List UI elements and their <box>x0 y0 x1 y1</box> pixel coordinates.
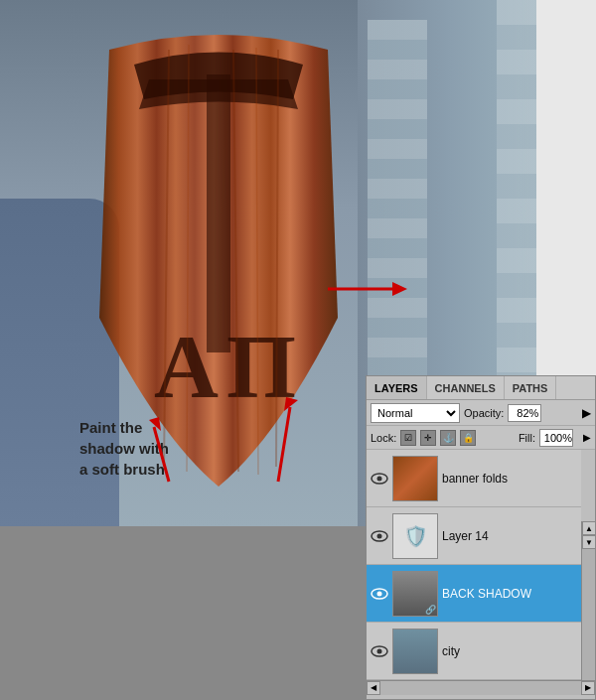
layer-name-city: city <box>442 644 460 658</box>
panel-scroll-right-icon[interactable]: ▶ <box>583 432 591 443</box>
layers-list: ▲ ▼ banner folds <box>367 450 595 680</box>
lock-image-icon[interactable]: ✛ <box>420 430 436 446</box>
scroll-down-button[interactable]: ▼ <box>582 535 595 549</box>
hscroll-left-button[interactable]: ◀ <box>367 681 380 695</box>
svg-line-10 <box>154 427 169 482</box>
blend-mode-select[interactable]: Normal Multiply Screen Overlay <box>371 403 460 423</box>
tab-paths[interactable]: PATHS <box>505 376 557 399</box>
layer-row-back-shadow[interactable]: 🔗 BACK SHADOW <box>367 565 581 623</box>
fill-input[interactable] <box>539 429 573 447</box>
layer-visibility-layer14[interactable] <box>371 527 388 545</box>
annotation-arrow-right <box>328 278 407 298</box>
lock-row: Lock: ☑ ✛ ⚓ 🔒 Fill: ▶ <box>367 426 595 450</box>
tab-channels[interactable]: CHANNELS <box>427 376 505 399</box>
svg-marker-9 <box>392 282 407 296</box>
hscroll-track <box>380 681 581 695</box>
layer-thumb-city <box>392 629 438 674</box>
layer-visibility-back-shadow[interactable] <box>371 585 388 603</box>
svg-line-12 <box>278 407 290 482</box>
svg-rect-0 <box>207 74 230 352</box>
panel-horizontal-scrollbar[interactable]: ◀ ▶ <box>367 680 595 694</box>
annotation-arrow-up-right <box>268 397 298 490</box>
blend-mode-row: Normal Multiply Screen Overlay Opacity: … <box>367 400 595 426</box>
layer-name-back-shadow: BACK SHADOW <box>442 587 531 601</box>
layer14-thumb-icon: 🛡️ <box>403 524 428 548</box>
lock-position-icon[interactable]: ⚓ <box>440 430 456 446</box>
layer-visibility-city[interactable] <box>371 642 388 660</box>
layer-row-layer14[interactable]: 🛡️ Layer 14 <box>367 507 581 565</box>
layer-name-layer14: Layer 14 <box>442 529 489 543</box>
layer-visibility-banner-folds[interactable] <box>371 470 388 488</box>
scroll-up-button[interactable]: ▲ <box>582 521 595 535</box>
hscroll-right-button[interactable]: ▶ <box>581 681 595 695</box>
layers-scrollbar[interactable]: ▲ ▼ <box>581 521 595 680</box>
svg-point-17 <box>377 533 382 538</box>
layer-thumb-banner-folds <box>392 456 438 501</box>
lock-transparent-icon[interactable]: ☑ <box>400 430 416 446</box>
layer-row-banner-folds[interactable]: banner folds <box>367 450 581 507</box>
svg-point-21 <box>377 648 382 653</box>
layer-thumb-back-shadow: 🔗 <box>392 571 438 617</box>
svg-point-15 <box>377 476 382 481</box>
lock-label: Lock: <box>371 432 396 444</box>
tab-layers[interactable]: LAYERS <box>367 376 427 399</box>
annotation-arrow-up-left <box>149 417 179 490</box>
panel-tabs: LAYERS CHANNELS PATHS <box>367 376 595 400</box>
lock-all-icon[interactable]: 🔒 <box>460 430 476 446</box>
panel-expand-icon[interactable]: ▶ <box>582 406 591 420</box>
layer-row-city[interactable]: city <box>367 623 581 680</box>
opacity-label: Opacity: <box>464 407 504 419</box>
svg-text:A: A <box>154 318 219 416</box>
layer-thumb-layer14: 🛡️ <box>392 513 438 559</box>
main-canvas: A П Paint the shadow with a soft brush <box>0 0 596 700</box>
svg-point-19 <box>377 591 382 596</box>
opacity-input[interactable] <box>508 404 541 422</box>
layer-name-banner-folds: banner folds <box>442 472 508 486</box>
fill-label: Fill: <box>519 432 535 444</box>
layers-panel: LAYERS CHANNELS PATHS Normal Multiply Sc… <box>366 375 596 700</box>
